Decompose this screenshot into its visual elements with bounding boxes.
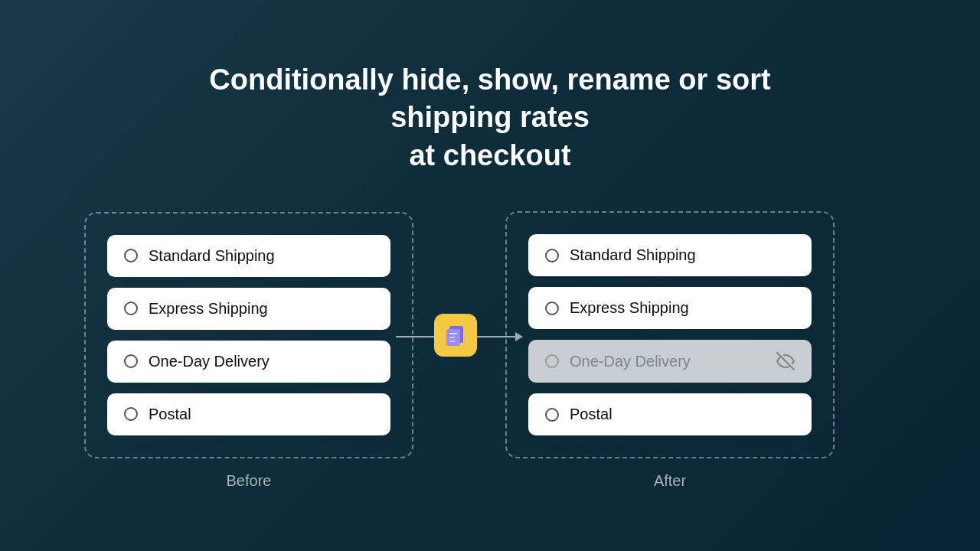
before-row-postal: Postal [107, 393, 390, 435]
radio-express-after [545, 302, 559, 315]
svg-rect-3 [449, 337, 455, 338]
after-row-standard: Standard Shipping [528, 234, 812, 276]
radio-standard-before [124, 249, 138, 262]
radio-postal-before [124, 407, 138, 421]
after-row-express: Express Shipping [528, 287, 812, 329]
before-label-express: Express Shipping [149, 300, 374, 318]
before-panel-wrapper: Standard Shipping Express Shipping One-D… [84, 212, 413, 490]
svg-rect-2 [449, 333, 457, 334]
app-icon-svg [442, 321, 469, 349]
arrow-container [396, 314, 523, 360]
before-label-standard: Standard Shipping [149, 247, 374, 265]
after-label-express: Express Shipping [570, 299, 795, 317]
app-icon [434, 314, 477, 357]
svg-rect-4 [449, 341, 456, 342]
page-title: Conditionally hide, show, rename or sort… [145, 61, 835, 174]
after-label-standard: Standard Shipping [570, 246, 795, 264]
comparison-section: Standard Shipping Express Shipping One-D… [84, 211, 896, 490]
before-label: Before [227, 472, 272, 490]
after-row-postal: Postal [528, 393, 812, 435]
before-row-standard: Standard Shipping [107, 235, 390, 277]
radio-standard-after [545, 249, 559, 262]
before-panel: Standard Shipping Express Shipping One-D… [84, 212, 413, 458]
before-label-oneday: One-Day Delivery [149, 353, 374, 370]
radio-express-before [124, 302, 138, 315]
radio-oneday-after [545, 354, 559, 368]
after-panel: Standard Shipping Express Shipping One-D… [505, 211, 835, 458]
after-panel-wrapper: Standard Shipping Express Shipping One-D… [505, 211, 835, 490]
hide-eye-icon [776, 352, 795, 370]
before-row-express: Express Shipping [107, 288, 390, 330]
radio-oneday-before [124, 354, 138, 368]
radio-postal-after [545, 408, 559, 422]
after-label-postal: Postal [570, 406, 795, 423]
before-row-oneday: One-Day Delivery [107, 341, 390, 383]
before-label-postal: Postal [149, 406, 374, 423]
after-row-oneday: One-Day Delivery [528, 340, 812, 383]
after-label: After [654, 472, 686, 490]
arrow-shaft [396, 336, 434, 337]
transition-arrow [413, 314, 505, 360]
after-label-oneday: One-Day Delivery [570, 353, 766, 370]
